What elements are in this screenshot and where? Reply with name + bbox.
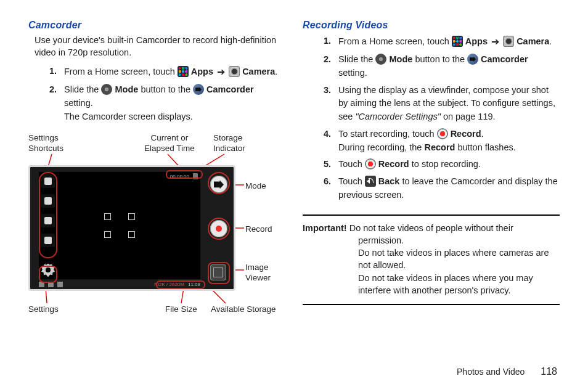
focus-brackets bbox=[104, 213, 135, 238]
filesize-value: 702K / 2620M bbox=[153, 282, 184, 287]
camcorder-label: Camcorder bbox=[206, 84, 254, 94]
important-line1: Do not take videos of people without the… bbox=[349, 223, 513, 245]
rv-step-1: 1. From a Home screen, touch Apps ➔ Came… bbox=[324, 35, 560, 53]
rv4-b: During recording, the bbox=[338, 142, 424, 152]
step2-text-a: Slide the bbox=[64, 84, 99, 94]
camera-label: Camera bbox=[242, 67, 275, 76]
step2-text-b: button to the bbox=[141, 84, 190, 94]
camcorder-settings-ref: "Camcorder Settings" bbox=[355, 112, 440, 121]
important-lead: Important! bbox=[303, 223, 347, 233]
mode-label: Mode bbox=[390, 54, 413, 64]
mode-button bbox=[210, 176, 227, 193]
page-footer: Photos and Video 118 bbox=[457, 366, 557, 377]
mode-icon bbox=[101, 84, 112, 95]
rv-step-2: 2. Slide the Mode button to the Camcorde… bbox=[324, 53, 560, 84]
rv2-b: button to the bbox=[415, 54, 465, 64]
sys-icons bbox=[39, 282, 63, 287]
shortcut-icon bbox=[41, 234, 55, 247]
step1-text-a: From a Home screen, touch bbox=[64, 67, 175, 76]
clock-value: 11:08 bbox=[188, 282, 200, 287]
rv-step-3: 3. Using the display as a viewfinder, co… bbox=[324, 84, 560, 128]
record-icon bbox=[437, 128, 448, 139]
apps-label: Apps bbox=[191, 67, 213, 76]
record-label: Record bbox=[378, 159, 409, 169]
apps-icon bbox=[178, 66, 189, 77]
shortcut-column bbox=[41, 174, 55, 247]
device-frame: 00:00:00 702K / 2620M 11:0 bbox=[28, 165, 235, 291]
rv5-b: to stop recording. bbox=[409, 159, 481, 169]
rv2-a: Slide the bbox=[338, 54, 373, 64]
apps-label: Apps bbox=[465, 36, 488, 46]
right-column: Recording Videos 1. From a Home screen, … bbox=[303, 18, 560, 330]
camcorder-icon bbox=[193, 84, 204, 95]
left-column: Camcorder Use your device's built-in Cam… bbox=[28, 18, 285, 330]
mode-label: Mode bbox=[115, 84, 139, 94]
rv-step-5: 5. Touch Record to stop recording. bbox=[324, 158, 560, 175]
gear-icon bbox=[41, 263, 55, 277]
rv4-c: button flashes. bbox=[455, 142, 515, 152]
rv1-a: From a Home screen, touch bbox=[338, 36, 449, 46]
viewfinder: 00:00:00 bbox=[39, 172, 200, 279]
camcorder-steps: 1. From a Home screen, touch Apps ➔ Came… bbox=[49, 65, 285, 127]
shortcut-icon bbox=[41, 174, 55, 188]
step-2: 2. Slide the Mode button to the Camcorde… bbox=[49, 83, 285, 127]
rv3-tail: on page 119. bbox=[441, 112, 496, 121]
step2-text-c: setting. bbox=[64, 98, 93, 108]
record-button bbox=[210, 220, 227, 237]
back-label: Back bbox=[378, 176, 400, 186]
arrow-icon: ➔ bbox=[490, 35, 500, 49]
camcorder-icon bbox=[467, 54, 478, 65]
rv-step-6: 6. Touch Back to leave the Camcorder and… bbox=[324, 175, 560, 206]
rv6-a: Touch bbox=[338, 176, 362, 186]
shortcut-icon bbox=[41, 214, 55, 227]
important-line2: Do not take videos in places where camer… bbox=[303, 247, 560, 272]
rv-step-4: 4. To start recording, touch Record. Dur… bbox=[324, 128, 560, 158]
rv2-c: setting. bbox=[338, 68, 367, 78]
rv5-a: Touch bbox=[338, 159, 362, 169]
step2-text-d: The Camcorder screen displays. bbox=[64, 112, 193, 121]
recording-steps: 1. From a Home screen, touch Apps ➔ Came… bbox=[324, 35, 560, 206]
camera-label: Camera bbox=[517, 36, 549, 46]
status-bar: 702K / 2620M 11:08 bbox=[39, 280, 200, 288]
arrow-icon: ➔ bbox=[216, 65, 226, 80]
page-number: 118 bbox=[541, 366, 557, 377]
apps-icon bbox=[452, 36, 463, 47]
rv4-a: To start recording, touch bbox=[338, 129, 435, 139]
camera-icon bbox=[503, 36, 514, 47]
record-label: Record bbox=[424, 142, 455, 152]
record-icon bbox=[365, 158, 376, 169]
viewfinder-topbar: 00:00:00 bbox=[168, 172, 200, 181]
footer-section: Photos and Video bbox=[457, 367, 525, 377]
heading-recording: Recording Videos bbox=[303, 20, 560, 31]
important-line3: Do not take videos in places where you m… bbox=[303, 272, 560, 297]
right-button-column bbox=[210, 176, 227, 280]
step-1: 1. From a Home screen, touch Apps ➔ Came… bbox=[49, 65, 285, 83]
important-note: Important! Do not take videos of people … bbox=[303, 214, 560, 306]
image-viewer-button bbox=[210, 264, 226, 280]
camcorder-diagram: Settings Shortcuts Current or Elapsed Ti… bbox=[28, 133, 287, 330]
mode-icon bbox=[375, 54, 386, 65]
back-icon bbox=[365, 176, 376, 187]
shortcut-icon bbox=[41, 194, 55, 208]
camera-icon bbox=[229, 66, 240, 77]
record-label: Record bbox=[451, 129, 481, 139]
heading-camcorder: Camcorder bbox=[28, 20, 285, 31]
elapsed-time-value: 00:00:00 bbox=[170, 174, 189, 179]
camcorder-label: Camcorder bbox=[481, 54, 528, 64]
camcorder-lead: Use your device's built-in Camcorder to … bbox=[35, 35, 285, 59]
sdcard-icon bbox=[193, 173, 198, 179]
